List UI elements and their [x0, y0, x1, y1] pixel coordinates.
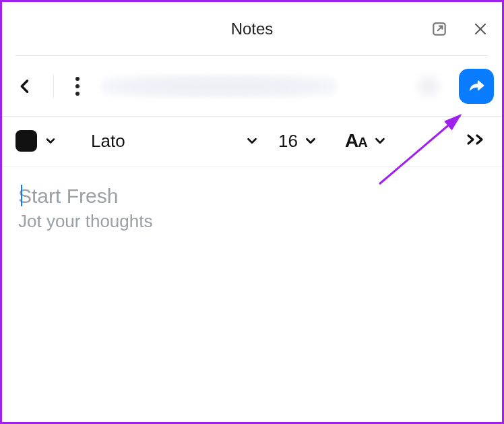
- close-icon[interactable]: [472, 21, 489, 37]
- text-style-icon: AA: [345, 130, 367, 152]
- text-cursor: [21, 185, 22, 206]
- font-family-picker[interactable]: Lato: [91, 131, 259, 152]
- chevron-down-icon: [44, 134, 57, 148]
- note-editor[interactable]: Start Fresh Jot your thoughts: [2, 167, 502, 249]
- font-size-picker[interactable]: 16: [278, 131, 318, 152]
- panel-title: Notes: [231, 20, 274, 38]
- header-actions: [431, 20, 489, 38]
- font-size-label: 16: [278, 131, 298, 152]
- body-placeholder: Jot your thoughts: [18, 210, 486, 233]
- back-button[interactable]: [15, 77, 34, 96]
- chevron-down-icon: [303, 133, 318, 148]
- more-options-button[interactable]: [73, 77, 82, 96]
- avatar-redacted: [413, 71, 444, 102]
- text-color-picker[interactable]: [15, 130, 57, 152]
- format-toolbar: Lato 16 AA: [2, 117, 502, 167]
- note-toolbar: [2, 56, 502, 117]
- title-placeholder: Start Fresh: [18, 183, 486, 209]
- text-style-picker[interactable]: AA: [345, 130, 387, 152]
- popout-icon[interactable]: [431, 20, 448, 38]
- panel-header: Notes: [15, 2, 489, 56]
- chevron-down-icon: [373, 133, 387, 148]
- more-format-button[interactable]: [466, 131, 489, 150]
- color-swatch: [15, 130, 37, 152]
- chevron-down-icon: [245, 133, 259, 148]
- font-family-label: Lato: [91, 131, 125, 152]
- share-button[interactable]: [459, 69, 494, 104]
- divider: [53, 75, 54, 98]
- note-title-redacted: [101, 75, 337, 98]
